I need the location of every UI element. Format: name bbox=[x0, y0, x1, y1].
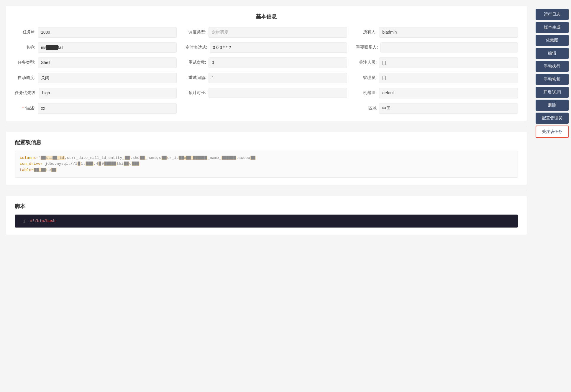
script-section: 脚本 1 #!/bin/bash bbox=[6, 196, 527, 235]
script-title: 脚本 bbox=[15, 203, 518, 210]
region-value: 中国 bbox=[379, 103, 518, 114]
retry-count-value: 0 bbox=[209, 57, 347, 68]
est-duration-value bbox=[209, 88, 347, 98]
important-contact-label: 重要联系人: bbox=[356, 42, 378, 50]
code-line-2: con_driver=jdbc:mysql://1█1.███:4█0█████… bbox=[20, 161, 513, 167]
cron-row: 定时表达式: 0 0 3 * * ? bbox=[186, 42, 347, 53]
code-line-3: table=██_██ce██ bbox=[20, 167, 513, 173]
config-section: 配置项信息 columns="██sta██_id,curr_date_mall… bbox=[6, 132, 527, 185]
line-number-1: 1 bbox=[19, 219, 25, 223]
main-content: 基本信息 任务id: 1889 调度类型: 定时调度 所有人: biadmin … bbox=[0, 0, 533, 392]
config-title: 配置项信息 bbox=[15, 139, 518, 146]
info-grid: 任务id: 1889 调度类型: 定时调度 所有人: biadmin 名称: i… bbox=[15, 27, 518, 114]
auto-schedule-label: 自动调度: bbox=[15, 73, 35, 80]
toggle-button[interactable]: 开启/关闭 bbox=[536, 87, 569, 98]
task-id-label: 任务id: bbox=[15, 27, 35, 35]
script-line-1: 1 #!/bin/bash bbox=[19, 219, 513, 223]
admin-label: 管理员: bbox=[356, 73, 377, 80]
retry-interval-row: 重试间隔: 1 bbox=[186, 73, 347, 83]
retry-count-row: 重试次数: 0 bbox=[186, 57, 347, 68]
follower-label: 关注人员: bbox=[356, 57, 377, 65]
task-type-value: Shell bbox=[38, 57, 177, 68]
section-divider-2 bbox=[6, 191, 527, 191]
code-val-2: jdbc:mysql://1█1.███:4█0█████thi██d███ bbox=[45, 162, 140, 166]
cron-label: 定时表达式: bbox=[186, 42, 207, 50]
description-row: *描述: xx bbox=[15, 103, 177, 114]
name-value: ins████tail bbox=[38, 42, 177, 53]
edit-button[interactable]: 编辑 bbox=[536, 48, 569, 59]
task-id-value: 1889 bbox=[38, 27, 177, 38]
delete-button[interactable]: 删除 bbox=[536, 100, 569, 111]
sidebar-buttons: 运行日志 版本生成 依赖图 编辑 手动执行 手动恢复 开启/关闭 删除 配置管理… bbox=[533, 6, 571, 141]
schedule-type-row: 调度类型: 定时调度 bbox=[186, 27, 347, 38]
priority-label: 任务优先级: bbox=[15, 88, 37, 95]
basic-info-title: 基本信息 bbox=[15, 13, 518, 20]
code-key-3: table= bbox=[20, 168, 34, 172]
task-id-row: 任务id: 1889 bbox=[15, 27, 177, 38]
follow-task-button[interactable]: 关注该任务 bbox=[536, 126, 569, 138]
est-duration-label: 预计时长: bbox=[186, 88, 206, 95]
code-key-1: columns= bbox=[20, 156, 38, 160]
admin-row: 管理员: [ ] bbox=[356, 73, 518, 83]
line-code-1: #!/bin/bash bbox=[30, 219, 55, 223]
region-label: 区域 bbox=[356, 103, 377, 111]
follower-value: [ ] bbox=[379, 57, 518, 68]
cron-value: 0 0 3 * * ? bbox=[210, 42, 347, 53]
manual-exec-button[interactable]: 手动执行 bbox=[536, 61, 569, 72]
basic-info-section: 基本信息 任务id: 1889 调度类型: 定时调度 所有人: biadmin … bbox=[6, 6, 527, 121]
code-key-2: con_driver= bbox=[20, 162, 45, 166]
auto-schedule-value: 关闭 bbox=[38, 73, 177, 83]
priority-row: 任务优先级: high bbox=[15, 88, 177, 98]
config-admin-button[interactable]: 配置管理员 bbox=[536, 113, 569, 124]
code-val-1: "██sta██_id,curr_date_mall_id,entity_██,… bbox=[38, 156, 256, 160]
empty-col bbox=[186, 103, 347, 114]
script-content-block: 1 #!/bin/bash bbox=[15, 215, 518, 228]
description-value: xx bbox=[38, 103, 177, 114]
region-row: 区域 中国 bbox=[356, 103, 518, 114]
schedule-type-value: 定时调度 bbox=[209, 27, 347, 38]
version-gen-button[interactable]: 版本生成 bbox=[536, 22, 569, 33]
owner-row: 所有人: biadmin bbox=[356, 27, 518, 38]
section-divider-1 bbox=[6, 127, 527, 127]
name-row: 名称: ins████tail bbox=[15, 42, 177, 53]
code-line-1: columns="██sta██_id,curr_date_mall_id,en… bbox=[20, 155, 513, 161]
owner-value: biadmin bbox=[379, 27, 518, 38]
name-label: 名称: bbox=[15, 42, 35, 50]
machine-group-value: default bbox=[379, 88, 518, 98]
follower-row: 关注人员: [ ] bbox=[356, 57, 518, 68]
machine-group-label: 机器组: bbox=[356, 88, 377, 95]
retry-interval-label: 重试间隔: bbox=[186, 73, 206, 80]
retry-interval-value: 1 bbox=[209, 73, 347, 83]
retry-count-label: 重试次数: bbox=[186, 57, 206, 65]
config-code-block: columns="██sta██_id,curr_date_mall_id,en… bbox=[15, 151, 518, 178]
code-val-3: ██_██ce██ bbox=[34, 168, 57, 172]
est-duration-row: 预计时长: bbox=[186, 88, 347, 98]
auto-schedule-row: 自动调度: 关闭 bbox=[15, 73, 177, 83]
task-type-row: 任务类型: Shell bbox=[15, 57, 177, 68]
description-label: *描述: bbox=[15, 103, 35, 111]
schedule-type-label: 调度类型: bbox=[186, 27, 206, 35]
page-layout: 基本信息 任务id: 1889 调度类型: 定时调度 所有人: biadmin … bbox=[0, 0, 571, 392]
priority-value: high bbox=[39, 88, 177, 98]
owner-label: 所有人: bbox=[356, 27, 377, 35]
important-contact-value bbox=[380, 42, 518, 52]
important-contact-row: 重要联系人: bbox=[356, 42, 518, 53]
machine-group-row: 机器组: default bbox=[356, 88, 518, 98]
manual-restore-button[interactable]: 手动恢复 bbox=[536, 74, 569, 85]
task-type-label: 任务类型: bbox=[15, 57, 35, 65]
run-log-button[interactable]: 运行日志 bbox=[536, 9, 569, 20]
dependency-button[interactable]: 依赖图 bbox=[536, 35, 569, 46]
admin-value: [ ] bbox=[379, 73, 518, 83]
